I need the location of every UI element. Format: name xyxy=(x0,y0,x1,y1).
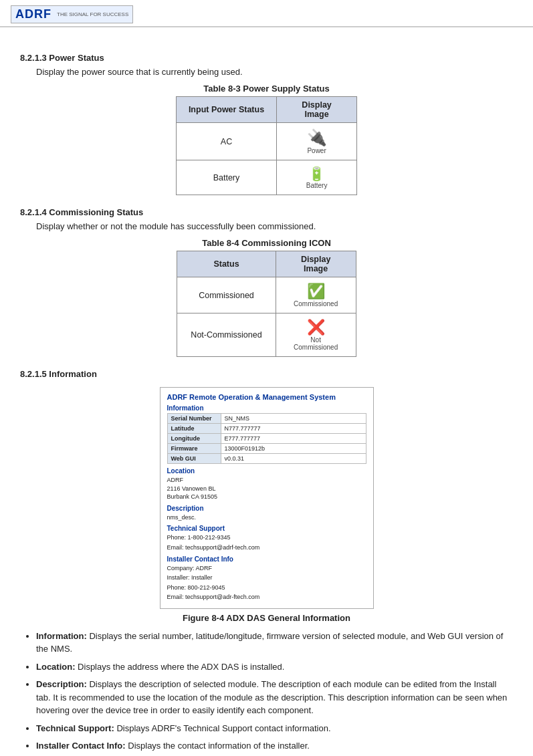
info-label: Serial Number xyxy=(167,414,221,424)
table-caption-8213: Table 8-3 Power Supply Status xyxy=(20,84,513,94)
desc-8214: Display whether or not the module has su… xyxy=(36,221,513,231)
power-status-ac: AC xyxy=(176,123,276,160)
commissioned-label: Commissioned xyxy=(294,300,338,307)
col-header-status: Status xyxy=(177,251,276,277)
table-row: Serial NumberSN_NMS xyxy=(167,414,366,424)
not-commissioned-label: NotCommissioned xyxy=(294,336,338,351)
info-label: Longitude xyxy=(167,434,221,444)
list-item: Technical Support: Displays ADRF's Techn… xyxy=(36,722,513,735)
desc-8213: Display the power source that is current… xyxy=(36,67,513,77)
table-row: Firmware13000F01912b xyxy=(167,444,366,454)
battery-symbol: 🔋 xyxy=(308,166,325,182)
info-value: N777.777777 xyxy=(221,424,366,434)
battery-icon-cell: 🔋 Battery xyxy=(277,160,357,195)
table-row: Not-Commissioned ❌ NotCommissioned xyxy=(177,313,356,357)
bullet-bold: Description: xyxy=(36,679,87,689)
info-panel: ADRF Remote Operation & Management Syste… xyxy=(160,387,374,609)
installer-phone: Phone: 800-212-9045 xyxy=(167,584,366,592)
info-section-title: Information xyxy=(167,404,366,412)
commissioned-status: Commissioned xyxy=(177,277,276,313)
col-header-display-image-2: Display Image xyxy=(276,251,356,277)
list-item: Location: Displays the address where the… xyxy=(36,660,513,674)
list-item: Installer Contact Info: Displays the con… xyxy=(36,739,513,753)
section-8213: 8.2.1.3 Power Status Display the power s… xyxy=(20,53,513,195)
info-value: v0.0.31 xyxy=(221,454,366,464)
ac-power-label: Power xyxy=(307,147,326,154)
installer-title: Installer Contact Info xyxy=(167,555,366,563)
table-caption-8214: Table 8-4 Commissioning ICON xyxy=(20,238,513,248)
commissioned-checkmark: ✅ xyxy=(307,283,325,300)
heading-8215: 8.2.1.5 Information xyxy=(20,369,513,379)
list-item: Information: Displays the serial number,… xyxy=(36,630,513,656)
location-text: ADRF2116 Vanowen BLBurbank CA 91505 xyxy=(167,476,366,501)
bullet-bold: Location: xyxy=(36,662,76,672)
info-value: 13000F01912b xyxy=(221,444,366,454)
table-row: Commissioned ✅ Commissioned xyxy=(177,277,356,313)
commissioned-icon-cell: ✅ Commissioned xyxy=(276,277,356,313)
figure-caption: Figure 8-4 ADX DAS General Information xyxy=(183,613,350,623)
info-value: SN_NMS xyxy=(221,414,366,424)
power-status-battery: Battery xyxy=(176,160,276,195)
support-email: Email: techsupport@adrf-tech.com xyxy=(167,543,366,552)
ac-power-symbol: 🔌 xyxy=(307,128,327,147)
table-row: Battery 🔋 Battery xyxy=(176,160,356,195)
not-commissioned-icon-cell: ❌ NotCommissioned xyxy=(276,313,356,357)
main-content: 8.2.1.3 Power Status Display the power s… xyxy=(0,27,533,756)
list-item: Description: Displays the description of… xyxy=(36,678,513,717)
bullet-bold: Installer Contact Info: xyxy=(36,741,126,751)
power-icon-cell: 🔌 Power xyxy=(277,123,357,160)
col-header-display-image-1: Display Image xyxy=(277,97,357,123)
battery-icon: 🔋 Battery xyxy=(306,166,328,189)
battery-label: Battery xyxy=(306,182,328,189)
commissioning-table: Status Display Image Commissioned ✅ Comm… xyxy=(177,251,356,357)
bullet-bold: Information: xyxy=(36,631,87,641)
heading-8214: 8.2.1.4 Commissioning Status xyxy=(20,207,513,217)
installer-email: Email: techsupport@adr-ftech.com xyxy=(167,593,366,602)
description-title: Description xyxy=(167,505,366,512)
section-8214: 8.2.1.4 Commissioning Status Display whe… xyxy=(20,207,513,357)
table-row: LongitudeE777.777777 xyxy=(167,434,366,444)
heading-8213: 8.2.1.3 Power Status xyxy=(20,53,513,63)
table-row: LatitudeN777.777777 xyxy=(167,424,366,434)
installer-name: Installer: Installer xyxy=(167,574,366,582)
table-row: Web GUIv0.0.31 xyxy=(167,454,366,464)
figure-container: ADRF Remote Operation & Management Syste… xyxy=(20,387,513,623)
logo-box: ADRF THE SIGNAL FOR SUCCESS xyxy=(11,5,133,23)
logo-text: ADRF xyxy=(15,7,51,21)
location-title: Location xyxy=(167,467,366,475)
info-data-table: Serial NumberSN_NMSLatitudeN777.777777Lo… xyxy=(167,413,366,464)
page-header: ADRF THE SIGNAL FOR SUCCESS xyxy=(0,0,533,27)
info-value: E777.777777 xyxy=(221,434,366,444)
info-label: Firmware xyxy=(167,444,221,454)
description-text: nms_desc. xyxy=(167,513,366,522)
section-8215: 8.2.1.5 Information ADRF Remote Operatio… xyxy=(20,369,513,753)
not-commissioned-x: ❌ xyxy=(307,319,325,336)
panel-brand: ADRF Remote Operation & Management Syste… xyxy=(167,393,366,401)
commissioned-icon: ✅ Commissioned xyxy=(294,283,338,307)
table-row: AC 🔌 Power xyxy=(176,123,356,160)
info-label: Web GUI xyxy=(167,454,221,464)
info-label: Latitude xyxy=(167,424,221,434)
logo-sub: THE SIGNAL FOR SUCCESS xyxy=(57,11,128,17)
logo-area: ADRF THE SIGNAL FOR SUCCESS xyxy=(11,5,133,23)
support-title: Technical Support xyxy=(167,525,366,532)
support-phone: Phone: 1-800-212-9345 xyxy=(167,533,366,542)
not-commissioned-icon: ❌ NotCommissioned xyxy=(294,319,338,351)
ac-power-icon: 🔌 Power xyxy=(307,128,327,154)
power-status-table: Input Power Status Display Image AC 🔌 Po… xyxy=(176,96,357,195)
bullet-list: Information: Displays the serial number,… xyxy=(36,630,513,753)
col-header-input-power: Input Power Status xyxy=(176,97,276,123)
installer-company: Company: ADRF xyxy=(167,564,366,573)
not-commissioned-status: Not-Commissioned xyxy=(177,313,276,357)
bullet-bold: Technical Support: xyxy=(36,723,114,733)
